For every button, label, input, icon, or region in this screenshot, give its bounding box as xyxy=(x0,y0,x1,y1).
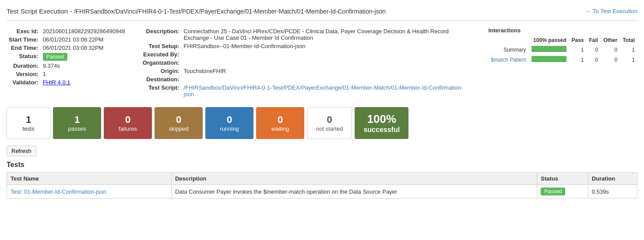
destination-value xyxy=(181,75,475,83)
meta-center: Description: Connectathon 25 - DaVinci H… xyxy=(141,27,475,98)
test-desc-cell-0: Data Consumer Payer invokes the $member-… xyxy=(171,185,537,198)
page-title: Test Script Execution - /FHIRSandbox/DaV… xyxy=(7,7,386,16)
col-other: Other xyxy=(601,36,620,45)
version-value: 1 xyxy=(41,70,127,78)
interaction-pass-1: 1 xyxy=(569,55,587,65)
not-started-num: 0 xyxy=(327,114,332,125)
destination-label: Destination: xyxy=(141,75,182,83)
interaction-bar-1 xyxy=(529,55,569,65)
table-row: Test: 01-Member-Id-Confirmation-jsonData… xyxy=(7,185,637,198)
back-link[interactable]: To Test Execution xyxy=(586,8,637,14)
stat-passes: 1 passes xyxy=(53,107,101,139)
end-time-value: 06/01/2021 03:08:32PM xyxy=(41,44,127,52)
test-script-label: Test Script: xyxy=(141,83,182,98)
interaction-label-0: Summary xyxy=(488,45,528,55)
tests-section: Tests Test Name Description Status Durat… xyxy=(7,161,637,198)
organization-label: Organization: xyxy=(141,59,182,67)
test-status-badge-0: Passed xyxy=(541,188,565,195)
col-pass: Pass xyxy=(569,36,587,45)
col-label xyxy=(488,36,528,45)
start-time-value: 06/01/2021 03:08:22PM xyxy=(41,35,127,44)
interaction-other-1: 0 xyxy=(601,55,620,65)
successful-label: successful xyxy=(363,126,400,134)
exec-id-value: 20210601180822929286490948 xyxy=(41,27,127,35)
organization-value xyxy=(181,59,475,67)
title-text: Test Script Execution xyxy=(7,7,68,15)
validator-value: FHIR 4.0.1 xyxy=(41,78,127,87)
stat-skipped: 0 skipped xyxy=(155,107,203,139)
progress-bar-1 xyxy=(531,56,567,62)
col-pct: 100% passed xyxy=(529,36,569,45)
interaction-total-0: 1 xyxy=(620,45,637,55)
test-status-cell-0: Passed xyxy=(537,185,588,198)
refresh-button[interactable]: Refresh xyxy=(7,146,36,157)
skipped-label: skipped xyxy=(169,125,189,132)
tests-table: Test Name Description Status Duration Te… xyxy=(7,172,637,198)
test-setup-label: Test Setup: xyxy=(141,42,182,50)
col-test-name: Test Name xyxy=(7,173,172,185)
test-name-cell-0: Test: 01-Member-Id-Confirmation-json xyxy=(7,185,172,198)
version-label: Version: xyxy=(7,70,41,78)
interactions-panel: Interactions 100% passed Pass Fail Other… xyxy=(488,27,637,98)
tests-section-title: Tests xyxy=(7,161,637,169)
duration-value: 9.374s xyxy=(41,62,127,70)
validator-label: Validator: xyxy=(7,78,41,87)
stat-successful: 100% successful xyxy=(355,107,408,139)
interaction-other-0: 0 xyxy=(601,45,620,55)
origin-label: Origin: xyxy=(141,67,182,75)
interaction-bar-0 xyxy=(529,45,569,55)
executed-by-label: Executed By: xyxy=(141,50,182,59)
running-label: running xyxy=(220,125,239,132)
description-label: Description: xyxy=(141,27,182,42)
col-total: Total xyxy=(620,36,637,45)
running-num: 0 xyxy=(227,114,232,125)
test-setup-value: FHIRSandbox--01-Member-Id-Confirmation-j… xyxy=(181,42,475,50)
tests-num: 1 xyxy=(26,114,31,125)
col-status: Status xyxy=(537,173,588,185)
stat-running: 0 running xyxy=(205,107,253,139)
waiting-num: 0 xyxy=(278,114,283,125)
waiting-label: waiting xyxy=(271,125,289,132)
successful-pct: 100% xyxy=(367,112,397,126)
interaction-link-1[interactable]: $match Patient xyxy=(491,57,526,63)
stat-failures: 0 failures xyxy=(104,107,152,139)
interaction-pass-0: 1 xyxy=(569,45,587,55)
test-script-value: /FHIRSandbox/DaVinci/FHIR4-0-1-Test/PDEX… xyxy=(181,83,475,98)
status-label: Status: xyxy=(7,52,41,62)
stat-tests: 1 tests xyxy=(7,107,50,139)
interactions-table: 100% passed Pass Fail Other Total Summar… xyxy=(488,36,637,65)
skipped-num: 0 xyxy=(176,114,181,125)
failures-num: 0 xyxy=(125,114,130,125)
stats-row: 1 tests 1 passes 0 failures 0 skipped 0 … xyxy=(7,107,637,139)
passes-num: 1 xyxy=(74,114,80,125)
col-description: Description xyxy=(171,173,537,185)
interaction-fail-0: 0 xyxy=(587,45,601,55)
executed-by-value xyxy=(181,50,475,59)
test-duration-cell-0: 0.539s xyxy=(588,185,637,198)
tests-label: tests xyxy=(22,125,34,132)
origin-value: TouchstoneFHIR xyxy=(181,67,475,75)
passes-label: passes xyxy=(68,125,86,132)
stat-not-started: 0 not started xyxy=(307,107,352,139)
meta-left: Exec Id: 20210601180822929286490948 Star… xyxy=(7,27,127,98)
test-script-link[interactable]: /FHIRSandbox/DaVinci/FHIR4-0-1-Test/PDEX… xyxy=(183,84,463,97)
exec-id-label: Exec Id: xyxy=(7,27,41,35)
interactions-title: Interactions xyxy=(488,27,637,34)
end-time-label: End Time: xyxy=(7,44,41,52)
interaction-fail-1: 0 xyxy=(587,55,601,65)
interaction-total-1: 1 xyxy=(620,55,637,65)
status-badge: Passed xyxy=(43,53,67,61)
progress-bar-0 xyxy=(531,46,567,52)
failures-label: failures xyxy=(119,125,137,132)
interaction-label-1[interactable]: $match Patient xyxy=(488,55,528,65)
start-time-label: Start Time: xyxy=(7,35,41,44)
stat-waiting: 0 waiting xyxy=(256,107,304,139)
not-started-label: not started xyxy=(316,125,343,132)
validator-link[interactable]: FHIR 4.0.1 xyxy=(43,79,70,86)
col-fail: Fail xyxy=(587,36,601,45)
test-name-link-0[interactable]: Test: 01-Member-Id-Confirmation-json xyxy=(11,188,106,195)
title-path: - /FHIRSandbox/DaVinci/FHIR4-0-1-Test/PD… xyxy=(70,8,386,15)
duration-label: Duration: xyxy=(7,62,41,70)
status-value: Passed xyxy=(41,52,127,62)
description-value: Connectathon 25 - DaVinci HRex/CDex/PCDE… xyxy=(181,27,475,42)
